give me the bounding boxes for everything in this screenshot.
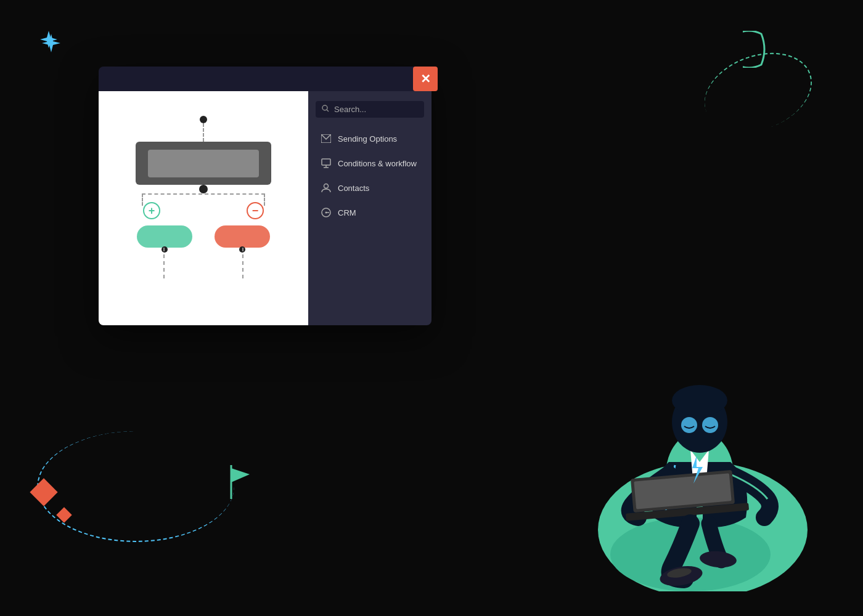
main-block-inner [148, 150, 259, 177]
svg-point-21 [681, 417, 697, 433]
svg-rect-26 [634, 473, 731, 509]
sending-options-label: Sending Options [338, 134, 397, 144]
green-circle-decoration [774, 508, 804, 539]
svg-rect-24 [626, 503, 749, 521]
workflow-panel: + − [99, 91, 308, 325]
search-placeholder: Search... [334, 105, 366, 114]
right-branch [264, 193, 265, 206]
blue-star-decoration [40, 31, 57, 51]
workflow-icon [321, 158, 332, 169]
svg-line-18 [666, 465, 675, 511]
top-connector-node [200, 116, 207, 123]
dashed-arc-bottom [37, 431, 234, 542]
svg-marker-0 [42, 34, 60, 52]
crm-icon [321, 207, 332, 218]
svg-point-22 [702, 417, 718, 433]
window-body: + − [99, 91, 432, 325]
window-titlebar [99, 67, 432, 91]
close-button[interactable]: ✕ [413, 67, 438, 91]
svg-marker-4 [231, 468, 250, 482]
left-button-dot [162, 246, 168, 253]
conditions-workflow-label: Conditions & workflow [338, 159, 417, 168]
minus-branch-icon[interactable]: − [247, 202, 264, 219]
orange-diamond-small [56, 507, 72, 522]
dashed-line-top [203, 123, 204, 142]
bottom-right-line [242, 248, 243, 278]
svg-point-20 [672, 385, 727, 416]
left-branch [142, 193, 143, 206]
bottom-left-line [163, 248, 165, 278]
svg-line-6 [327, 110, 329, 111]
dashed-arc-top [693, 39, 823, 146]
sidebar-item-contacts[interactable]: Contacts [316, 177, 424, 199]
middle-connector-node [199, 185, 208, 193]
svg-rect-25 [631, 470, 735, 513]
plus-branch-icon[interactable]: + [143, 202, 160, 219]
search-icon [322, 105, 329, 114]
svg-rect-1 [743, 31, 767, 68]
svg-marker-2 [40, 31, 57, 48]
person-illustration [518, 271, 826, 591]
sidebar-item-sending-options[interactable]: Sending Options [316, 128, 424, 150]
crm-label: CRM [338, 208, 356, 217]
svg-point-29 [666, 567, 692, 580]
left-action-button[interactable] [137, 225, 192, 248]
branch-lines [142, 193, 265, 206]
svg-point-5 [322, 105, 327, 110]
svg-point-27 [658, 563, 704, 589]
search-bar[interactable]: Search... [316, 101, 424, 118]
sidebar-item-conditions-workflow[interactable]: Conditions & workflow [316, 152, 424, 174]
right-action-button[interactable] [215, 225, 270, 248]
svg-point-17 [666, 431, 734, 517]
main-workflow-block[interactable] [136, 142, 271, 185]
moon-decoration [718, 31, 767, 70]
orange-diamond-large [30, 478, 57, 506]
contacts-label: Contacts [338, 184, 369, 193]
sidebar-item-crm[interactable]: CRM [316, 201, 424, 224]
cyan-star-decoration [42, 34, 60, 57]
svg-point-19 [672, 391, 727, 453]
svg-rect-8 [322, 159, 330, 165]
horizontal-branch [142, 193, 265, 195]
flag-decoration [228, 465, 247, 496]
orange-circle-decoration [737, 517, 777, 557]
svg-point-28 [699, 549, 737, 569]
workflow-diagram: + − [117, 116, 290, 301]
svg-point-15 [598, 462, 808, 591]
contacts-icon [321, 182, 332, 193]
sidebar-panel: Search... Sending Options [308, 91, 432, 325]
envelope-icon [321, 133, 332, 144]
svg-point-14 [325, 212, 327, 214]
svg-point-16 [610, 517, 771, 591]
app-window: + − [99, 67, 432, 325]
svg-point-11 [324, 184, 329, 188]
